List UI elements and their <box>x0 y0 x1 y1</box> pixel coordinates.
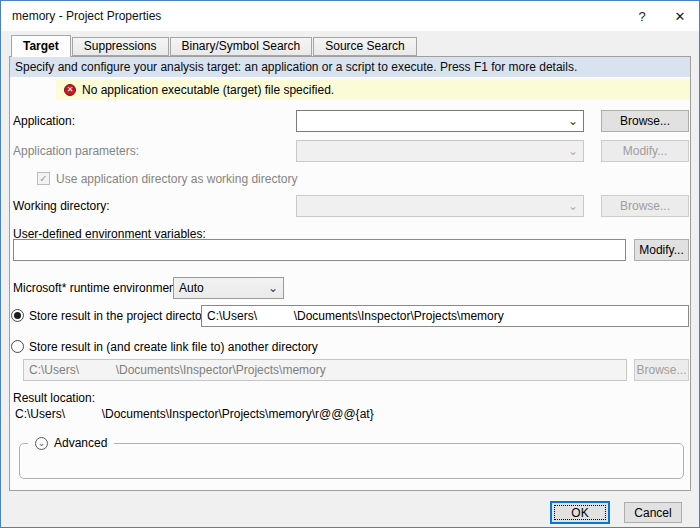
warning-text: No application executable (target) file … <box>82 83 334 97</box>
advanced-label: Advanced <box>54 436 107 450</box>
application-parameters-label: Application parameters: <box>13 140 139 162</box>
application-combobox[interactable]: ⌄ <box>296 110 584 132</box>
tab-control: Target Suppressions Binary/Symbol Search… <box>9 34 691 491</box>
store-in-other-label[interactable]: Store result in (and create link file to… <box>29 336 318 358</box>
env-variables-input[interactable] <box>13 239 626 261</box>
project-properties-dialog: memory - Project Properties ? ✕ Target S… <box>0 0 700 528</box>
store-in-other-radio[interactable] <box>11 340 24 353</box>
store-in-other-browse-button: Browse... <box>634 359 689 381</box>
store-in-other-path-input: C:\Users\ \Documents\Inspector\Projects\… <box>23 359 627 381</box>
expander-chevron-icon[interactable]: ⌄ <box>35 437 48 450</box>
result-location-path: C:\Users\ \Documents\Inspector\Projects\… <box>15 407 374 422</box>
store-in-project-radio[interactable] <box>11 309 24 322</box>
tab-source-search[interactable]: Source Search <box>313 37 416 56</box>
warning-bar: ✕ No application executable (target) fil… <box>56 79 690 100</box>
application-parameters-combobox: ⌄ <box>296 140 584 162</box>
application-parameters-modify-button: Modify... <box>601 140 689 162</box>
runtime-environment-label: Microsoft* runtime environment: <box>13 277 182 299</box>
advanced-expander[interactable]: ⌄ Advanced <box>28 436 114 450</box>
working-directory-combobox: ⌄ <box>296 195 584 217</box>
window-title: memory - Project Properties <box>1 9 161 23</box>
close-icon[interactable]: ✕ <box>661 1 699 31</box>
titlebar-buttons: ? ✕ <box>623 1 699 31</box>
chevron-down-icon[interactable]: ⌄ <box>564 112 582 130</box>
tab-target[interactable]: Target <box>11 35 71 57</box>
error-icon: ✕ <box>64 84 76 96</box>
runtime-environment-dropdown[interactable]: Auto ⌄ <box>173 277 284 299</box>
tab-binary-symbol-search[interactable]: Binary/Symbol Search <box>170 37 313 56</box>
check-icon: ✓ <box>39 173 47 184</box>
result-location-label: Result location: <box>13 387 95 409</box>
advanced-group: ⌄ Advanced <box>19 443 684 479</box>
chevron-down-icon: ⌄ <box>564 197 582 215</box>
runtime-environment-value: Auto <box>179 281 204 295</box>
target-tab-page: Specify and configure your analysis targ… <box>9 56 691 491</box>
tab-strip: Target Suppressions Binary/Symbol Search… <box>9 34 691 56</box>
tab-suppressions[interactable]: Suppressions <box>72 37 169 56</box>
application-label: Application: <box>13 110 75 132</box>
use-app-dir-label: Use application directory as working dir… <box>56 168 297 190</box>
env-variables-modify-button[interactable]: Modify... <box>634 239 689 261</box>
chevron-down-icon[interactable]: ⌄ <box>264 279 282 297</box>
store-in-project-path-input[interactable]: C:\Users\ \Documents\Inspector\Projects\… <box>201 305 689 327</box>
application-browse-button[interactable]: Browse... <box>601 110 689 132</box>
ok-button[interactable]: OK <box>551 502 609 523</box>
chevron-down-icon: ⌄ <box>564 142 582 160</box>
titlebar: memory - Project Properties ? ✕ <box>1 1 699 31</box>
description-bar: Specify and configure your analysis targ… <box>10 57 690 77</box>
help-icon[interactable]: ? <box>623 1 661 31</box>
use-app-dir-checkbox: ✓ <box>37 172 50 185</box>
working-directory-browse-button: Browse... <box>601 195 689 217</box>
working-directory-label: Working directory: <box>13 195 109 217</box>
store-in-project-label[interactable]: Store result in the project directory: <box>29 305 215 327</box>
cancel-button[interactable]: Cancel <box>624 502 682 523</box>
